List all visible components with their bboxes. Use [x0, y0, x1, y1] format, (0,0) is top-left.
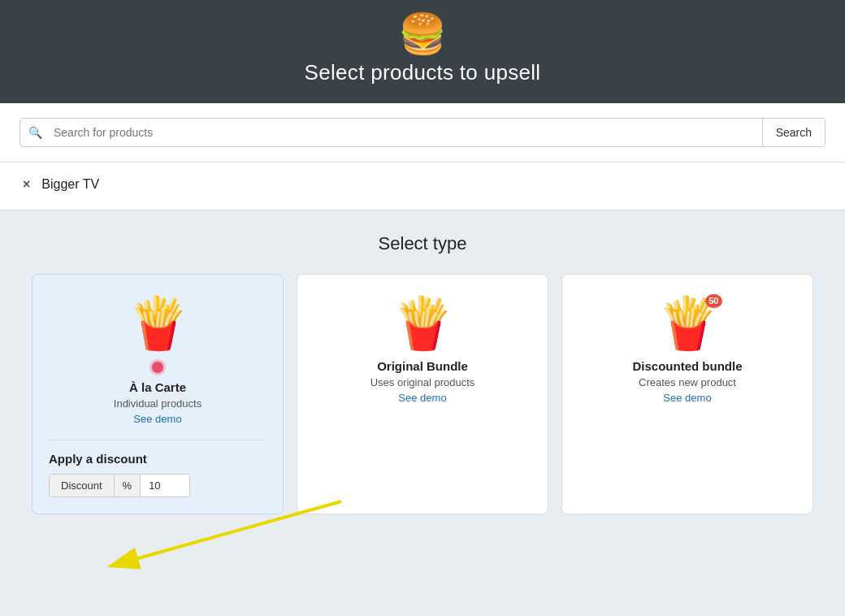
card-original-bundle-subtitle: Uses original products [370, 376, 475, 388]
page-title: Select products to upsell [305, 60, 541, 85]
page-header: 🍔 Select products to upsell [0, 0, 845, 103]
discount-controls: Discount % [49, 474, 190, 497]
card-discounted-bundle-demo-link[interactable]: See demo [663, 392, 711, 404]
card-original-bundle[interactable]: 🍟 Original Bundle Uses original products… [297, 274, 548, 514]
discount-title: Apply a discount [49, 452, 147, 466]
card-a-la-carte-subtitle: Individual products [114, 397, 202, 410]
remove-bigger-tv-button[interactable]: × [20, 176, 33, 193]
radio-area-1 [150, 359, 166, 375]
discount-label-btn: Discount [50, 475, 115, 497]
main-content-box: 🔍 Search × Bigger TV [0, 103, 845, 210]
selected-item: × Bigger TV [20, 176, 826, 193]
discount-value-input[interactable] [141, 475, 189, 497]
card-discounted-bundle-title: Discounted bundle [633, 359, 743, 373]
selected-item-label: Bigger TV [41, 177, 99, 192]
selected-products-panel: × Bigger TV [0, 163, 845, 210]
search-input[interactable] [50, 119, 762, 146]
discount-section: Apply a discount Discount % [49, 440, 266, 497]
card-a-la-carte[interactable]: 🍟 À la Carte Individual products See dem… [32, 274, 284, 514]
card-fries-icon-1: 🍟 [127, 294, 189, 353]
card-fries-icon-3: 🍟 50 [656, 294, 719, 353]
search-row: 🔍 Search [20, 118, 826, 147]
cards-wrapper: 🍟 À la Carte Individual products See dem… [16, 274, 829, 514]
select-type-section: Select type 🍟 À la Carte Individual prod… [0, 210, 845, 534]
select-type-title: Select type [16, 233, 829, 254]
card-a-la-carte-demo-link[interactable]: See demo [133, 413, 181, 425]
card-original-bundle-demo-link[interactable]: See demo [398, 392, 446, 404]
card-a-la-carte-title: À la Carte [129, 380, 186, 394]
burger-logo-icon: 🍔 [398, 15, 447, 54]
cards-row: 🍟 À la Carte Individual products See dem… [16, 274, 829, 514]
card-fries-icon-2: 🍟 [392, 294, 454, 353]
discount-pct-label: % [115, 475, 141, 497]
card-discounted-bundle-subtitle: Creates new product [639, 376, 736, 388]
search-panel: 🔍 Search [0, 103, 845, 163]
card-original-bundle-title: Original Bundle [377, 359, 468, 373]
search-button[interactable]: Search [762, 119, 825, 146]
search-icon: 🔍 [20, 126, 50, 139]
radio-selected-dot [152, 362, 163, 373]
card-discounted-bundle[interactable]: 🍟 50 Discounted bundle Creates new produ… [561, 274, 813, 514]
